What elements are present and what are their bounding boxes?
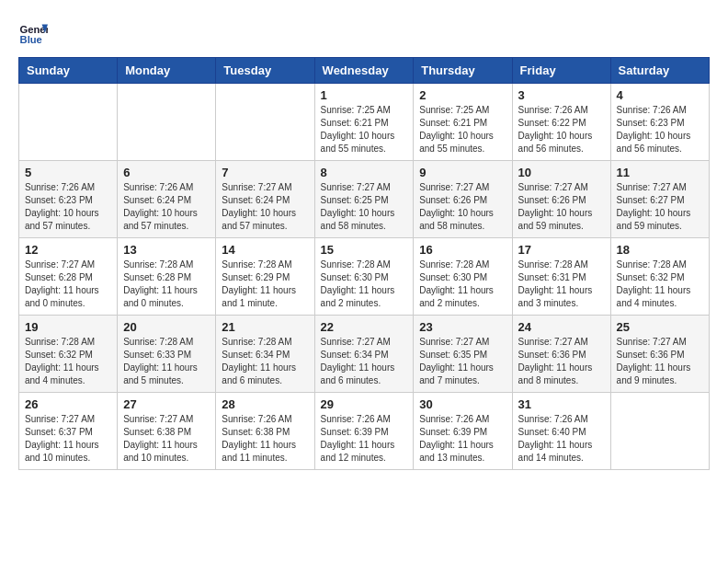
day-info: Sunrise: 7:27 AM Sunset: 6:36 PM Dayligh… — [518, 336, 605, 387]
week-row-3: 12Sunrise: 7:27 AM Sunset: 6:28 PM Dayli… — [19, 238, 710, 316]
calendar-cell — [610, 393, 709, 470]
calendar-cell: 11Sunrise: 7:27 AM Sunset: 6:27 PM Dayli… — [610, 161, 709, 238]
day-number: 13 — [123, 243, 210, 257]
calendar-cell: 19Sunrise: 7:28 AM Sunset: 6:32 PM Dayli… — [19, 316, 118, 393]
weekday-header-saturday: Saturday — [610, 58, 709, 84]
day-info: Sunrise: 7:28 AM Sunset: 6:30 PM Dayligh… — [321, 259, 408, 310]
day-number: 26 — [25, 397, 111, 411]
calendar-cell: 18Sunrise: 7:28 AM Sunset: 6:32 PM Dayli… — [610, 238, 709, 316]
day-info: Sunrise: 7:28 AM Sunset: 6:33 PM Dayligh… — [123, 336, 210, 387]
logo: General Blue — [18, 18, 51, 48]
calendar-cell: 17Sunrise: 7:28 AM Sunset: 6:31 PM Dayli… — [512, 238, 610, 316]
calendar-cell: 28Sunrise: 7:26 AM Sunset: 6:38 PM Dayli… — [216, 393, 314, 470]
day-info: Sunrise: 7:28 AM Sunset: 6:31 PM Dayligh… — [518, 259, 605, 310]
day-number: 12 — [25, 243, 111, 257]
calendar-cell: 10Sunrise: 7:27 AM Sunset: 6:26 PM Dayli… — [512, 161, 610, 238]
day-number: 11 — [617, 166, 703, 179]
calendar-cell: 29Sunrise: 7:26 AM Sunset: 6:39 PM Dayli… — [314, 393, 414, 470]
logo-icon: General Blue — [18, 18, 48, 48]
calendar-cell: 4Sunrise: 7:26 AM Sunset: 6:23 PM Daylig… — [610, 84, 709, 161]
day-number: 30 — [419, 397, 506, 411]
svg-text:Blue: Blue — [20, 34, 42, 45]
day-number: 15 — [321, 243, 408, 257]
day-number: 10 — [518, 166, 605, 179]
calendar-cell — [216, 84, 314, 161]
day-number: 22 — [321, 320, 408, 334]
day-number: 19 — [25, 320, 111, 334]
calendar-cell — [19, 84, 118, 161]
calendar-cell: 25Sunrise: 7:27 AM Sunset: 6:36 PM Dayli… — [610, 316, 709, 393]
calendar-cell: 20Sunrise: 7:28 AM Sunset: 6:33 PM Dayli… — [118, 316, 216, 393]
day-number: 17 — [518, 243, 605, 257]
day-number: 1 — [321, 88, 408, 102]
calendar-cell: 7Sunrise: 7:27 AM Sunset: 6:24 PM Daylig… — [216, 161, 314, 238]
day-info: Sunrise: 7:28 AM Sunset: 6:34 PM Dayligh… — [222, 336, 308, 387]
day-info: Sunrise: 7:27 AM Sunset: 6:37 PM Dayligh… — [25, 413, 111, 465]
calendar-cell: 26Sunrise: 7:27 AM Sunset: 6:37 PM Dayli… — [19, 393, 118, 470]
calendar-cell: 23Sunrise: 7:27 AM Sunset: 6:35 PM Dayli… — [414, 316, 512, 393]
day-info: Sunrise: 7:26 AM Sunset: 6:39 PM Dayligh… — [419, 413, 506, 465]
calendar-cell: 16Sunrise: 7:28 AM Sunset: 6:30 PM Dayli… — [414, 238, 512, 316]
day-info: Sunrise: 7:27 AM Sunset: 6:25 PM Dayligh… — [321, 181, 408, 233]
day-info: Sunrise: 7:26 AM Sunset: 6:40 PM Dayligh… — [518, 413, 605, 465]
day-info: Sunrise: 7:27 AM Sunset: 6:35 PM Dayligh… — [419, 336, 506, 387]
day-info: Sunrise: 7:26 AM Sunset: 6:38 PM Dayligh… — [222, 413, 308, 465]
weekday-header-wednesday: Wednesday — [314, 58, 414, 84]
day-info: Sunrise: 7:27 AM Sunset: 6:34 PM Dayligh… — [321, 336, 408, 387]
calendar-cell: 13Sunrise: 7:28 AM Sunset: 6:28 PM Dayli… — [118, 238, 216, 316]
week-row-1: 1Sunrise: 7:25 AM Sunset: 6:21 PM Daylig… — [19, 84, 710, 161]
calendar-cell: 27Sunrise: 7:27 AM Sunset: 6:38 PM Dayli… — [118, 393, 216, 470]
day-number: 31 — [518, 397, 605, 411]
day-number: 29 — [321, 397, 408, 411]
day-number: 28 — [222, 397, 308, 411]
weekday-header-tuesday: Tuesday — [216, 58, 314, 84]
day-info: Sunrise: 7:27 AM Sunset: 6:28 PM Dayligh… — [25, 259, 111, 310]
day-info: Sunrise: 7:28 AM Sunset: 6:32 PM Dayligh… — [25, 336, 111, 387]
weekday-header-sunday: Sunday — [19, 58, 118, 84]
calendar-cell: 21Sunrise: 7:28 AM Sunset: 6:34 PM Dayli… — [216, 316, 314, 393]
day-info: Sunrise: 7:27 AM Sunset: 6:26 PM Dayligh… — [518, 181, 605, 233]
day-number: 2 — [419, 88, 506, 102]
calendar-cell: 9Sunrise: 7:27 AM Sunset: 6:26 PM Daylig… — [414, 161, 512, 238]
day-info: Sunrise: 7:28 AM Sunset: 6:30 PM Dayligh… — [419, 259, 506, 310]
calendar-cell: 30Sunrise: 7:26 AM Sunset: 6:39 PM Dayli… — [414, 393, 512, 470]
day-info: Sunrise: 7:27 AM Sunset: 6:26 PM Dayligh… — [419, 181, 506, 233]
day-number: 9 — [419, 166, 506, 179]
calendar: SundayMondayTuesdayWednesdayThursdayFrid… — [18, 57, 710, 470]
calendar-cell: 1Sunrise: 7:25 AM Sunset: 6:21 PM Daylig… — [314, 84, 414, 161]
day-info: Sunrise: 7:28 AM Sunset: 6:32 PM Dayligh… — [617, 259, 703, 310]
day-info: Sunrise: 7:26 AM Sunset: 6:23 PM Dayligh… — [617, 104, 703, 155]
day-number: 3 — [518, 88, 605, 102]
day-info: Sunrise: 7:28 AM Sunset: 6:29 PM Dayligh… — [222, 259, 308, 310]
calendar-cell: 24Sunrise: 7:27 AM Sunset: 6:36 PM Dayli… — [512, 316, 610, 393]
weekday-header-friday: Friday — [512, 58, 610, 84]
day-number: 4 — [617, 88, 703, 102]
day-number: 5 — [25, 166, 111, 179]
day-info: Sunrise: 7:27 AM Sunset: 6:27 PM Dayligh… — [617, 181, 703, 233]
calendar-cell — [118, 84, 216, 161]
day-number: 27 — [123, 397, 210, 411]
day-number: 14 — [222, 243, 308, 257]
calendar-cell: 8Sunrise: 7:27 AM Sunset: 6:25 PM Daylig… — [314, 161, 414, 238]
weekday-header-row: SundayMondayTuesdayWednesdayThursdayFrid… — [19, 58, 710, 84]
day-number: 18 — [617, 243, 703, 257]
calendar-cell: 22Sunrise: 7:27 AM Sunset: 6:34 PM Dayli… — [314, 316, 414, 393]
calendar-cell: 5Sunrise: 7:26 AM Sunset: 6:23 PM Daylig… — [19, 161, 118, 238]
day-info: Sunrise: 7:27 AM Sunset: 6:38 PM Dayligh… — [123, 413, 210, 465]
calendar-cell: 2Sunrise: 7:25 AM Sunset: 6:21 PM Daylig… — [414, 84, 512, 161]
calendar-cell: 3Sunrise: 7:26 AM Sunset: 6:22 PM Daylig… — [512, 84, 610, 161]
weekday-header-monday: Monday — [118, 58, 216, 84]
day-number: 20 — [123, 320, 210, 334]
calendar-cell: 31Sunrise: 7:26 AM Sunset: 6:40 PM Dayli… — [512, 393, 610, 470]
day-number: 23 — [419, 320, 506, 334]
day-info: Sunrise: 7:25 AM Sunset: 6:21 PM Dayligh… — [419, 104, 506, 155]
day-number: 6 — [123, 166, 210, 179]
calendar-cell: 6Sunrise: 7:26 AM Sunset: 6:24 PM Daylig… — [118, 161, 216, 238]
day-info: Sunrise: 7:25 AM Sunset: 6:21 PM Dayligh… — [321, 104, 408, 155]
calendar-cell: 12Sunrise: 7:27 AM Sunset: 6:28 PM Dayli… — [19, 238, 118, 316]
day-number: 16 — [419, 243, 506, 257]
week-row-5: 26Sunrise: 7:27 AM Sunset: 6:37 PM Dayli… — [19, 393, 710, 470]
day-info: Sunrise: 7:26 AM Sunset: 6:23 PM Dayligh… — [25, 181, 111, 233]
day-info: Sunrise: 7:28 AM Sunset: 6:28 PM Dayligh… — [123, 259, 210, 310]
day-number: 8 — [321, 166, 408, 179]
